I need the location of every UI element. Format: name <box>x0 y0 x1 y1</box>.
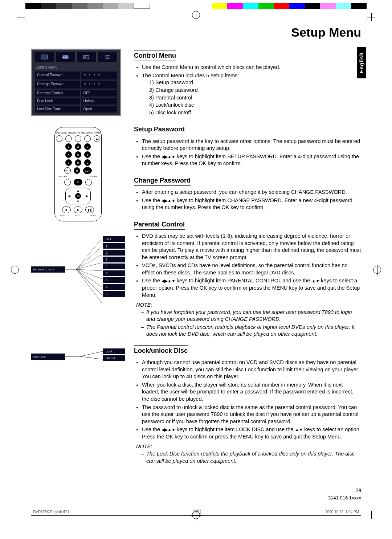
osd-row: Control Passwd＊ ＊ ＊ ＊ <box>35 72 117 79</box>
osd-row: Parental ControlOFF <box>35 90 117 97</box>
section-heading-setup-password: Setup Password <box>134 124 185 135</box>
svg-line-20 <box>80 351 103 356</box>
footer-timestamp: 2000.10.12, 1:04 PM <box>325 510 359 514</box>
crop-mark <box>369 512 374 517</box>
page-number: 29 <box>355 487 361 494</box>
page-title: Setup Menu <box>31 25 361 42</box>
parental-control-label: Parental Control <box>31 266 65 273</box>
footer-file: DVD978K English IFU <box>33 510 69 514</box>
osd-tab-icon: AUDIO <box>55 52 75 62</box>
arrow-keys-icon: ◀▶▲▼ <box>162 278 175 283</box>
section-heading-parental-control: Parental Control <box>134 219 185 230</box>
bullet: DVD discs may be set with levels (1-8), … <box>136 233 361 261</box>
bullet: The Control Menu includes 5 setup items:… <box>136 72 361 116</box>
svg-line-12 <box>76 255 102 269</box>
print-footer: DVD978K English IFU 29 2000.10.12, 1:04 … <box>31 508 361 516</box>
bullet: Use the ◀▶▲▼ keys to highlight item CHAN… <box>136 197 361 211</box>
svg-point-8 <box>107 56 110 58</box>
osd-tab-icon <box>98 52 118 62</box>
crop-mark <box>369 15 374 20</box>
svg-line-16 <box>76 269 102 287</box>
osd-menu-title: Control Menu <box>33 64 118 70</box>
bullet: Use the ◀▶▲▼ keys to highlight item PARE… <box>136 277 361 299</box>
osd-row: LockDisc FuncOpen <box>35 106 117 113</box>
bullet: The setup password is the key to activat… <box>136 138 361 152</box>
section-heading-change-password: Change Password <box>134 175 191 186</box>
document-id: 3141 016 1xxxx <box>328 495 361 501</box>
svg-rect-4 <box>83 56 89 59</box>
bullet: VCDs, SVCDs and CDs have no level defini… <box>136 262 361 276</box>
bullet: Although you cannot use parental control… <box>136 359 361 380</box>
note-block: NOTE: The Lock Disc function restricts t… <box>134 443 361 465</box>
bullet: The password to unlock a locked disc is … <box>136 404 361 425</box>
osd-control-menu: AUDIO Control Menu Control Passwd＊ ＊ ＊ ＊… <box>31 49 121 116</box>
osd-tab-icon <box>34 52 54 62</box>
bullet: Use the Control Menu to control which di… <box>136 64 361 71</box>
crop-mark <box>18 15 23 20</box>
section-heading-control-menu: Control Menu <box>134 50 176 61</box>
bullet: After entering a setup password, you can… <box>136 189 361 196</box>
remote-control-figure: OPEN CLOSERESUMEFTSTIME SEARCHPOWER ⏻ 12… <box>54 127 102 221</box>
osd-row: Change Passwd＊ ＊ ＊ ＊ <box>35 81 117 89</box>
disc-lock-diagram: Disc Lock Lock Unlock <box>31 348 125 367</box>
svg-line-17 <box>76 269 102 295</box>
crop-mark <box>18 512 23 517</box>
svg-line-14 <box>76 269 102 271</box>
arrow-keys-icon: ▲▼ <box>295 427 303 432</box>
bullet: When you lock a disc, the player will st… <box>136 381 361 403</box>
svg-text:AUDIO: AUDIO <box>62 56 69 58</box>
svg-rect-1 <box>41 55 47 59</box>
section-heading-lock-unlock-disc: Lock/unlock Disc <box>134 345 188 356</box>
svg-line-21 <box>80 356 103 359</box>
note-block: NOTE: If you have forgotten your passwor… <box>134 302 361 338</box>
osd-row: Disc LockUnlock <box>35 98 117 105</box>
registration-mark <box>192 11 200 19</box>
svg-line-15 <box>76 269 102 279</box>
power-icon: ⏻ <box>94 135 100 142</box>
parental-control-diagram: Parental Control OFF 1 2 3 4 5 6 7 8 <box>31 236 125 309</box>
bullet: Use the ◀▶▲▼ keys to highlight item SETU… <box>136 153 361 167</box>
registration-mark <box>11 266 19 274</box>
arrow-keys-icon: ▲▼ <box>311 278 319 283</box>
svg-line-10 <box>76 239 102 269</box>
figure-column: AUDIO Control Menu Control Passwd＊ ＊ ＊ ＊… <box>31 49 125 465</box>
color-registration-strip <box>25 3 367 9</box>
arrow-keys-icon: ◀▶▲▼ <box>162 198 175 203</box>
arrow-keys-icon: ◀▶▲▼ <box>162 154 175 159</box>
svg-line-18 <box>76 269 102 303</box>
text-column: Control Menu Use the Control Menu to con… <box>134 49 361 465</box>
dpad-icon: ▲ ▼ ◀ ▶ OK <box>65 188 91 204</box>
bullet: Use the ◀▶▲▼ keys to highlight the item … <box>136 426 361 440</box>
arrow-keys-icon: ◀▶▲▼ <box>162 427 175 432</box>
footer-page: 29 <box>193 510 200 514</box>
registration-mark <box>373 266 381 274</box>
disc-lock-label: Disc Lock <box>31 354 65 360</box>
osd-tab-icon <box>77 52 97 62</box>
